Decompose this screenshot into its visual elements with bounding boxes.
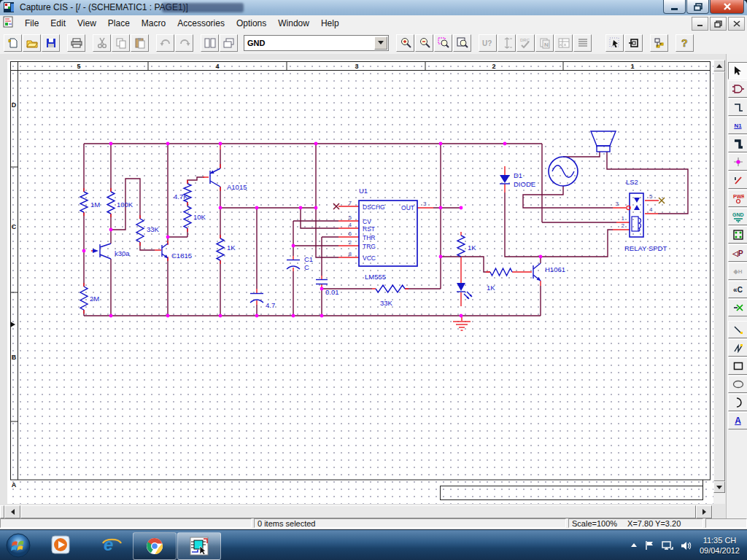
undo-button[interactable] [156,34,174,52]
annotate-button[interactable]: U? [479,34,497,52]
taskbar: e 11:35 CH 09/04/2012 [0,529,747,560]
vertical-scroll-thumb[interactable] [713,71,725,481]
components[interactable] [80,131,643,310]
menu-view[interactable]: View [71,16,102,31]
svg-text:33K: 33K [380,299,393,307]
zoom-area-button[interactable] [434,34,452,52]
menu-accessories[interactable]: Accessories [171,16,231,31]
svg-text:H1061: H1061 [545,265,565,273]
child-minimize-button[interactable] [692,17,708,31]
place-ground-tool[interactable]: GND [728,208,747,225]
menu-macro[interactable]: Macro [136,16,171,31]
no-connect-tool[interactable] [728,299,747,316]
menu-file[interactable]: File [19,16,44,31]
place-bus-tool[interactable] [728,135,747,152]
scroll-down-button[interactable] [713,481,725,493]
close-button[interactable] [710,0,744,14]
schematic-doc-icon[interactable] [3,16,15,31]
menu-edit[interactable]: Edit [44,16,71,31]
select-tool[interactable] [728,62,747,79]
part-combo-value: GND [244,39,265,47]
draw-rectangle-tool[interactable] [728,357,747,375]
menu-window[interactable]: Window [272,16,315,31]
tray-expand-icon[interactable] [630,542,638,548]
child-restore-button[interactable] [710,17,727,31]
open-button[interactable] [23,34,41,52]
part-editor-button[interactable] [624,34,643,52]
hierarchical-pin-tool[interactable]: ◈H [728,262,747,280]
scroll-right-button[interactable] [696,505,712,518]
tile-windows-button[interactable] [201,34,219,52]
menu-bar: File Edit View Place Macro Accessories O… [0,15,747,32]
horizontal-scrollbar[interactable] [0,505,713,518]
orcad-taskbar-button[interactable] [177,532,221,560]
wmp-taskbar-icon[interactable] [51,534,71,558]
draw-arc-tool[interactable] [728,394,747,411]
redo-button[interactable] [175,34,193,52]
horizontal-scroll-thumb[interactable] [20,505,696,518]
transistor-h1061 [533,263,541,281]
resize-part-button[interactable] [498,34,516,52]
svg-text:2: 2 [622,222,625,229]
place-wire-tool[interactable] [728,98,747,116]
child-close-button[interactable] [728,17,745,31]
create-netlist-button[interactable]: N [535,34,554,52]
action-center-flag-icon[interactable] [645,540,654,551]
schematic-canvas[interactable]: 5 4 3 2 1 D C B A [7,60,713,504]
off-page-connector-tool[interactable]: «C [728,281,747,298]
hierarchy-button[interactable] [650,34,668,52]
part-search-combo[interactable]: GND [244,35,389,51]
draw-polyline-tool[interactable] [728,339,747,357]
status-left-panel [0,518,252,528]
draw-ellipse-tool[interactable] [728,376,747,393]
status-bar: 0 items selected Scale=100% X=7.80 Y=3.2… [0,518,747,529]
led [457,283,472,299]
hierarchical-port-tool[interactable]: ◁P [728,244,747,262]
bus-entry-tool[interactable] [728,171,747,189]
ground-symbol[interactable] [453,322,471,330]
menu-options[interactable]: Options [231,16,272,31]
svg-text:5: 5 [649,193,653,200]
svg-text:1M: 1M [90,201,100,209]
place-power-tool[interactable]: PWR [728,190,747,207]
scroll-left-button[interactable] [4,505,20,518]
menu-place[interactable]: Place [102,16,136,31]
drc-check-button[interactable]: DRC [516,34,535,52]
main-toolbar: GND U? DRC N ? [0,31,747,55]
hierarchical-block-tool[interactable] [728,226,747,244]
snap-to-grid-button[interactable] [605,34,624,52]
paste-button[interactable] [131,34,149,52]
cross-reference-button[interactable] [554,34,573,52]
place-text-tool[interactable]: A [728,412,747,429]
place-junction-tool[interactable] [728,153,747,171]
cut-button[interactable] [93,34,111,52]
zoom-in-button[interactable] [396,34,414,52]
bom-button[interactable] [573,34,592,52]
title-bar[interactable]: Capture CIS - [/ - (SCHEMATIC1 : PAGE1)] [0,0,747,16]
net-alias-tool[interactable]: N1 [728,117,747,134]
chrome-taskbar-button[interactable] [133,532,177,560]
help-button[interactable]: ? [676,34,694,52]
zoom-all-button[interactable] [453,34,471,52]
place-part-tool[interactable] [728,80,747,98]
vertical-scrollbar[interactable] [713,60,725,504]
minimize-button[interactable] [663,0,686,14]
menu-help[interactable]: Help [315,16,345,31]
help-glyph: ? [681,37,688,49]
tray-clock[interactable]: 11:35 CH 09/04/2012 [700,535,740,556]
restore-button[interactable] [686,0,709,14]
zoom-out-button[interactable] [415,34,433,52]
draw-line-tool[interactable] [728,321,747,338]
save-button[interactable] [42,34,60,52]
volume-icon[interactable] [681,541,692,551]
network-icon[interactable] [662,541,673,551]
scroll-up-button[interactable] [713,60,725,71]
start-button[interactable] [6,533,31,560]
new-document-button[interactable] [4,34,22,52]
print-button[interactable] [67,34,85,52]
svg-text:A1015: A1015 [227,183,247,191]
copy-button[interactable] [112,34,130,52]
combo-dropdown-button[interactable] [374,36,387,50]
cascade-windows-button[interactable] [220,34,238,52]
ie-taskbar-icon[interactable]: e [101,534,123,558]
